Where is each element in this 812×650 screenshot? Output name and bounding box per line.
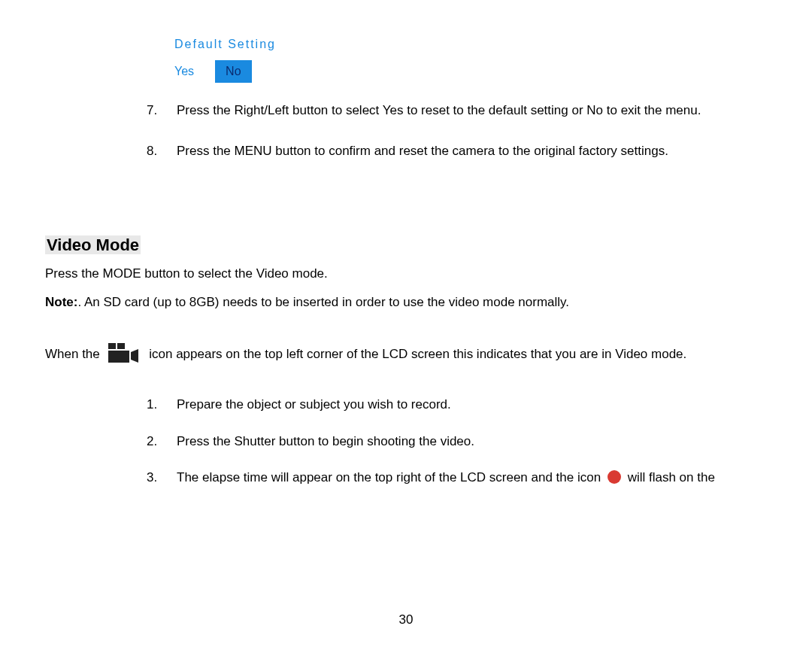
step-1: 1. Prepare the object or subject you wis…	[147, 393, 722, 417]
record-dot-icon	[607, 470, 621, 484]
item-text: Press the Right/Left button to select Ye…	[177, 98, 722, 123]
section-heading-wrapper: Video Mode	[45, 235, 767, 255]
menu-option-no: No	[215, 60, 251, 83]
page-number: 30	[0, 612, 812, 627]
menu-options-row: Yes No	[174, 60, 767, 83]
when-paragraph: When the icon appears on the top left co…	[45, 342, 767, 367]
item-number: 7.	[147, 98, 177, 123]
item-number: 1.	[147, 393, 177, 417]
item-text: Press the Shutter button to begin shooti…	[177, 430, 722, 454]
instruction-7: 7. Press the Right/Left button to select…	[147, 98, 722, 123]
main-body: Press the MODE button to select the Vide…	[45, 261, 767, 367]
when-part2: icon appears on the top left corner of t…	[149, 347, 686, 361]
default-setting-menu: Default Setting Yes No	[174, 38, 767, 83]
svg-rect-1	[117, 343, 125, 349]
item-text: Press the MENU button to confirm and res…	[177, 138, 722, 164]
step3-text-b: will flash on the	[628, 470, 715, 484]
step-3: 3. The elapse time will appear on the to…	[147, 466, 722, 490]
item-text: Prepare the object or subject you wish t…	[177, 393, 722, 417]
intro-line: Press the MODE button to select the Vide…	[45, 261, 767, 287]
svg-rect-0	[108, 343, 116, 349]
item-number: 2.	[147, 430, 177, 454]
note-label: Note:	[45, 295, 77, 309]
video-camera-icon	[108, 346, 138, 364]
section-heading: Video Mode	[45, 235, 141, 254]
instruction-8: 8. Press the MENU button to confirm and …	[147, 138, 722, 164]
menu-title: Default Setting	[174, 38, 767, 51]
item-number: 8.	[147, 138, 177, 164]
item-text: The elapse time will appear on the top r…	[177, 466, 722, 490]
note-line: Note:. An SD card (up to 8GB) needs to b…	[45, 290, 767, 315]
menu-option-yes: Yes	[174, 65, 194, 78]
instruction-list-top: 7. Press the Right/Left button to select…	[147, 98, 722, 164]
video-steps-list: 1. Prepare the object or subject you wis…	[147, 393, 722, 490]
step-2: 2. Press the Shutter button to begin sho…	[147, 430, 722, 454]
svg-rect-2	[108, 351, 129, 363]
step3-text-a: The elapse time will appear on the top r…	[177, 470, 604, 484]
svg-marker-3	[131, 349, 138, 363]
when-part1: When the	[45, 347, 104, 361]
item-number: 3.	[147, 466, 177, 490]
note-text: . An SD card (up to 8GB) needs to be ins…	[77, 295, 569, 309]
